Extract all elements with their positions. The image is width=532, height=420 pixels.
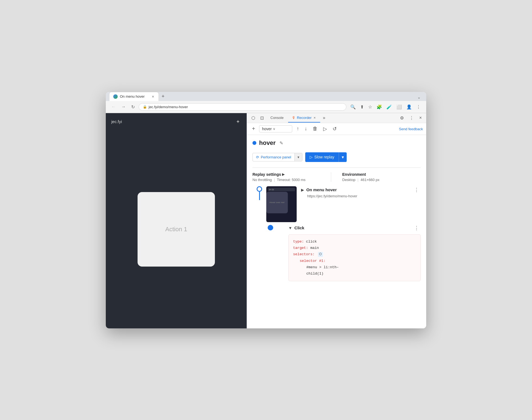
recorder-add-button[interactable]: + <box>250 125 257 132</box>
devtools-close-button[interactable]: × <box>417 113 424 123</box>
devtools-dots-button[interactable]: ⋮ <box>407 113 416 123</box>
environment-title: Environment <box>342 172 421 177</box>
theme-toggle-button[interactable]: ✦ <box>235 118 241 126</box>
recorder-icon: 🎙 <box>292 116 296 120</box>
step-click-more-button[interactable]: ⋮ <box>412 224 421 232</box>
more-tabs-button[interactable]: » <box>321 113 328 123</box>
back-button[interactable]: ← <box>110 103 117 110</box>
separator: | <box>274 178 275 182</box>
new-tab-button[interactable]: + <box>159 92 167 101</box>
recorder-toolbar-right: Send feedback <box>399 126 423 131</box>
replay-settings-subtitle: No throttling | Timeout: 5000 ms <box>252 178 331 182</box>
replay-button[interactable]: ▷ <box>321 125 329 133</box>
share-icon-button[interactable]: ⬆ <box>359 103 365 111</box>
step-click: ▼ Click ⋮ type: click <box>252 224 421 281</box>
step-navigate: jec.fyi Hover over me! ▶ On menu hover ⋮ <box>252 186 421 222</box>
slow-replay-main: ▷ Slow replay <box>305 153 339 161</box>
performance-panel-button[interactable]: ⟳ Performance panel ▾ <box>252 153 302 161</box>
devtools-toolbar-right: ⚙ ⋮ × <box>398 113 424 123</box>
recorder-main: hover ✎ ⟳ Performance panel ▾ ▷ Slow rep… <box>247 135 426 328</box>
pipette-icon-button[interactable]: 🧪 <box>385 103 394 111</box>
devtools-toolbar: ⬡ ⊡ Console 🎙 Recorder × » ⚙ ⋮ × <box>247 113 426 123</box>
step-click-node <box>268 225 273 230</box>
code-selector1-line: selector #1: <box>300 258 416 264</box>
step-navigate-title: On menu hover <box>306 187 337 192</box>
thumb-content: Hover over me! <box>266 192 288 213</box>
forward-button[interactable]: → <box>120 103 127 110</box>
tab-recorder[interactable]: 🎙 Recorder × <box>288 113 320 123</box>
step-click-timeline <box>252 224 288 230</box>
webpage-header: jec.fyi ✦ <box>106 113 247 130</box>
slow-replay-label: Slow replay <box>314 155 334 159</box>
perf-replay-row: ⟳ Performance panel ▾ ▷ Slow replay ▾ <box>252 152 421 162</box>
nav-icons: 🔍 ⬆ ☆ 🧩 🧪 ⬜ 👤 ⋮ <box>349 103 422 111</box>
replay-settings-title[interactable]: Replay settings ▶ <box>252 172 331 177</box>
step-navigate-info: ▶ On menu hover ⋮ https://jec.fyi/demo/m… <box>301 186 421 204</box>
tab-close-button[interactable]: × <box>151 94 155 99</box>
tab-expand-button[interactable]: ⌄ <box>415 93 423 101</box>
code-selector1-val1-line: #menu > li:nth– <box>306 264 416 270</box>
step-navigate-url: https://jec.fyi/demo/menu-hover <box>307 194 421 198</box>
recording-name-label: hover <box>259 139 276 147</box>
recording-status-dot <box>252 141 256 145</box>
step-navigate-header: ▶ On menu hover ⋮ <box>301 186 421 193</box>
selector-icon[interactable]: ⬡ <box>318 252 323 257</box>
lock-icon: 🔒 <box>143 105 147 109</box>
tab-favicon <box>113 94 118 99</box>
webpage-panel: jec.fyi ✦ Action 1 <box>106 113 247 328</box>
thumb-url-bar: jec.fyi <box>268 188 295 191</box>
code-selector1-val2-line: child(1) <box>306 270 416 277</box>
step-expand-arrow[interactable]: ▶ <box>301 188 304 192</box>
step-navigate-more-button[interactable]: ⋮ <box>412 186 421 193</box>
delete-recording-button[interactable]: 🗑 <box>310 125 320 133</box>
replay-settings-col: Replay settings ▶ No throttling | Timeou… <box>252 172 331 182</box>
devtools-settings-button[interactable]: ⚙ <box>398 113 406 123</box>
search-icon-button[interactable]: 🔍 <box>349 103 357 111</box>
webpage-content: Action 1 <box>106 130 247 328</box>
split-view-button[interactable]: ⬜ <box>395 103 404 111</box>
browser-window: On menu hover × + ⌄ ← → ↻ 🔒 jec.fyi/demo… <box>106 92 426 328</box>
step-click-info: ▼ Click ⋮ type: click <box>288 224 421 281</box>
download-recording-button[interactable]: ↓ <box>302 125 309 133</box>
step-navigate-timeline <box>252 186 266 200</box>
step-navigate-line <box>259 192 260 200</box>
more-options-button[interactable]: ⋮ <box>415 103 422 111</box>
code-selectors-line: selectors: ⬡ <box>293 251 416 257</box>
steps-container: jec.fyi Hover over me! ▶ On menu hover ⋮ <box>252 186 421 281</box>
upload-recording-button[interactable]: ↑ <box>294 125 301 133</box>
recorder-tab-close-button[interactable]: × <box>313 116 316 120</box>
step-click-header: ▼ Click ⋮ <box>288 224 421 232</box>
url-text: jec.fyi/demo/menu-hover <box>149 105 188 109</box>
profile-button[interactable]: 👤 <box>405 103 414 111</box>
recorder-toolbar: + hover ∨ ↑ ↓ 🗑 ▷ ↺ Send feedback <box>247 123 426 135</box>
chevron-down-icon: ∨ <box>273 127 275 131</box>
replay-environment-row: Replay settings ▶ No throttling | Timeou… <box>252 168 421 182</box>
recording-edit-button[interactable]: ✎ <box>278 139 284 147</box>
undo-button[interactable]: ↺ <box>330 125 339 133</box>
step-thumbnail: jec.fyi Hover over me! <box>266 186 297 222</box>
click-expand-arrow[interactable]: ▼ <box>288 226 292 230</box>
code-type-line: type: click <box>293 238 416 245</box>
devtools-panel: ⬡ ⊡ Console 🎙 Recorder × » ⚙ ⋮ × <box>247 113 426 328</box>
replay-settings-arrow: ▶ <box>282 172 285 176</box>
click-code-block: type: click target: main selectors: ⬡ <box>288 234 421 281</box>
bookmark-icon-button[interactable]: ☆ <box>367 103 374 111</box>
tab-console[interactable]: Console <box>267 113 288 123</box>
browser-tab-active[interactable]: On menu hover × <box>109 92 159 101</box>
reload-button[interactable]: ↻ <box>130 103 136 111</box>
environment-subtitle: Desktop | 461×660 px <box>342 178 421 182</box>
slow-replay-dropdown-arrow[interactable]: ▾ <box>339 152 347 162</box>
step-click-title: Click <box>294 225 304 230</box>
address-bar[interactable]: 🔒 jec.fyi/demo/menu-hover <box>139 103 346 111</box>
recorder-toolbar-icons: ↑ ↓ 🗑 ▷ ↺ <box>294 125 339 133</box>
nav-bar: ← → ↻ 🔒 jec.fyi/demo/menu-hover 🔍 ⬆ ☆ 🧩 … <box>106 101 426 113</box>
perf-panel-dropdown-arrow[interactable]: ▾ <box>294 153 302 161</box>
elements-icon-button[interactable]: ⬡ <box>249 113 257 123</box>
slow-replay-play-icon: ▷ <box>310 155 313 159</box>
recording-name-selector[interactable]: hover ∨ <box>259 125 292 132</box>
extension-icon-button[interactable]: 🧩 <box>375 103 384 111</box>
recording-title-row: hover ✎ <box>252 139 421 147</box>
console-panel-icon-button[interactable]: ⊡ <box>258 113 266 123</box>
send-feedback-link[interactable]: Send feedback <box>399 127 423 131</box>
slow-replay-button[interactable]: ▷ Slow replay ▾ <box>305 152 347 162</box>
